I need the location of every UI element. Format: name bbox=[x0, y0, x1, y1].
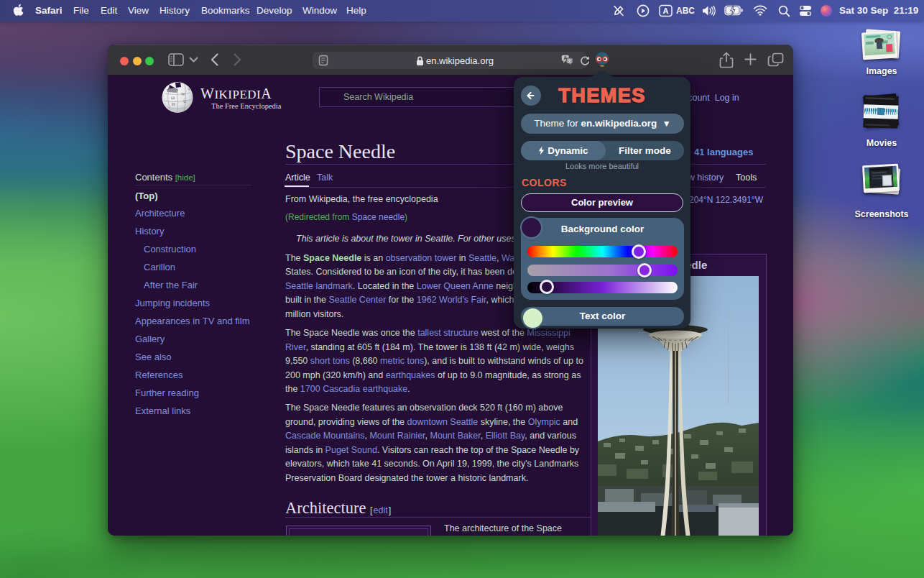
svg-text:Ù: Ù bbox=[183, 98, 187, 104]
svg-text:W: W bbox=[181, 92, 185, 96]
svg-text:Ύ: Ύ bbox=[187, 88, 190, 91]
svg-text:A: A bbox=[563, 55, 567, 60]
svg-text:Ω: Ω bbox=[171, 95, 175, 101]
svg-text:A: A bbox=[663, 6, 669, 15]
svg-text:И: И bbox=[172, 102, 175, 106]
svg-text:文: 文 bbox=[567, 58, 572, 63]
